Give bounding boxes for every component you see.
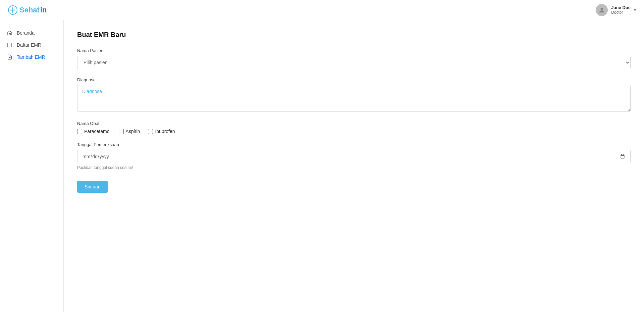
page-title: Buat EMR Baru	[77, 31, 631, 39]
medicine-label-aspirin: Aspirin	[126, 129, 140, 134]
date-input[interactable]	[77, 150, 631, 163]
medicine-label-ibuprofen: Ibuprofen	[155, 129, 175, 134]
medicine-paracetamol[interactable]: Paracetamol	[77, 129, 111, 134]
save-button[interactable]: Simpan	[77, 181, 108, 193]
checkbox-aspirin[interactable]	[119, 129, 124, 134]
patient-name-label: Nama Pasien	[77, 48, 631, 53]
sidebar-label-daftar-emr: Daftar EMR	[17, 42, 41, 48]
avatar	[596, 4, 608, 16]
medicine-label-paracetamol: Paracetamol	[84, 129, 111, 134]
user-name: Jane Doe	[611, 5, 631, 10]
diagnosis-label: Diagnosa	[77, 77, 631, 82]
checkbox-ibuprofen[interactable]	[148, 129, 153, 134]
patient-name-group: Nama Pasien Pilih pasien	[77, 48, 631, 69]
sidebar: Beranda Daftar EMR	[0, 20, 64, 312]
logo-icon	[8, 5, 17, 15]
sidebar-item-tambah-emr[interactable]: Tambah EMR	[0, 51, 63, 63]
logo-in-text: in	[40, 6, 47, 14]
medicine-aspirin[interactable]: Aspirin	[119, 129, 140, 134]
patient-select[interactable]: Pilih pasien	[77, 56, 631, 69]
svg-rect-4	[9, 33, 10, 35]
medicine-ibuprofen[interactable]: Ibuprofen	[148, 129, 175, 134]
file-plus-icon	[7, 54, 13, 60]
layout: Beranda Daftar EMR	[0, 20, 644, 312]
chevron-down-icon: ▾	[634, 8, 636, 12]
diagnosis-group: Diagnosa	[77, 77, 631, 113]
medicine-group: Nama Obat Paracetamol Aspirin Ibuprofen	[77, 121, 631, 134]
list-icon	[7, 42, 13, 48]
sidebar-label-beranda: Beranda	[17, 30, 35, 36]
main-content: Buat EMR Baru Nama Pasien Pilih pasien D…	[64, 20, 644, 312]
medicine-label: Nama Obat	[77, 121, 631, 126]
checkbox-group: Paracetamol Aspirin Ibuprofen	[77, 129, 631, 134]
svg-point-3	[601, 7, 603, 10]
header: Sehatin Jane Doe Doctor ▾	[0, 0, 644, 20]
sidebar-item-daftar-emr[interactable]: Daftar EMR	[0, 39, 63, 51]
sidebar-item-beranda[interactable]: Beranda	[0, 27, 63, 39]
date-group: Tanggal Pemeriksaan Pastikan tanggal sud…	[77, 142, 631, 170]
logo-sehat-text: Sehat	[19, 6, 40, 14]
user-info: Jane Doe Doctor	[611, 5, 631, 15]
date-label: Tanggal Pemeriksaan	[77, 142, 631, 147]
logo: Sehatin	[8, 5, 47, 15]
checkbox-paracetamol[interactable]	[77, 129, 82, 134]
diagnosis-textarea[interactable]	[77, 85, 631, 112]
user-role: Doctor	[611, 10, 631, 15]
home-icon	[7, 30, 13, 36]
date-hint: Pastikan tanggal sudah sesuai!	[77, 165, 631, 170]
sidebar-label-tambah-emr: Tambah EMR	[17, 54, 45, 60]
user-area[interactable]: Jane Doe Doctor ▾	[596, 4, 636, 16]
